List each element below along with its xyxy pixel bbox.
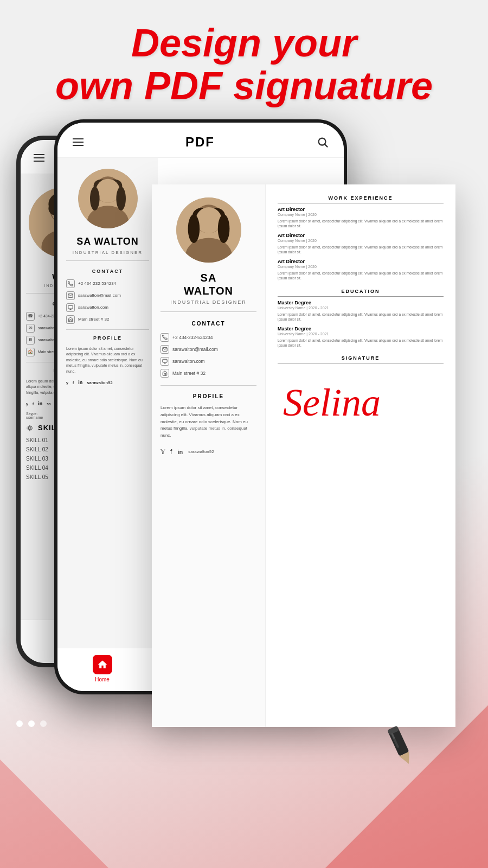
linkedin-icon: in — [78, 380, 82, 385]
svg-point-22 — [90, 187, 100, 210]
work-item-3: Art Director Company Name | 2020 Lorem i… — [278, 259, 444, 280]
cv-email-item: sarawalton@mail.com — [66, 291, 149, 300]
dot-1 — [16, 720, 23, 727]
home-front-label: Home — [95, 676, 110, 682]
education-title: EDUCATION — [278, 289, 444, 297]
edu-degree-1: Master Degree — [278, 300, 444, 305]
work-item-1: Art Director Company Name | 2020 Lorem i… — [278, 207, 444, 228]
job-title-1: Art Director — [278, 207, 444, 212]
job-company-1: Company Name | 2020 — [278, 213, 444, 216]
svg-rect-25 — [68, 305, 73, 309]
website-icon: 🖥 — [26, 336, 35, 344]
phone-area: PDF — [22, 119, 466, 825]
search-front-icon[interactable] — [317, 136, 329, 148]
svg-rect-41 — [163, 359, 167, 362]
cv-doc-social-username: sarawalton92 — [188, 449, 214, 454]
svg-point-38 — [188, 214, 200, 243]
hamburger-front-icon[interactable] — [73, 138, 84, 146]
edu-degree-2: Master Degree — [278, 326, 444, 331]
cv-doc-right: WORK EXPERIENCE Art Director Company Nam… — [266, 184, 455, 727]
cv-doc-left: SAWALTON INDUSTRIAL DESIGNER CONTACT +2 … — [152, 184, 266, 727]
job-desc-1: Lorem ipsum dolor sit amet, consectetur … — [278, 219, 444, 228]
svg-point-23 — [116, 187, 126, 210]
job-company-2: Company Name | 2020 — [278, 239, 444, 242]
cv-doc-profile-title: PROFILE — [160, 393, 256, 399]
facebook-icon: f — [73, 380, 74, 385]
work-experience-section: WORK EXPERIENCE Art Director Company Nam… — [278, 195, 444, 281]
cv-contact-section-title: CONTACT — [66, 269, 149, 274]
edu-desc-2: Lorem ipsum dolor sit amet, consectetur … — [278, 338, 444, 348]
svg-line-16 — [325, 144, 328, 147]
header-title-line2: own PDF signuature — [55, 64, 433, 107]
cv-profile-text: Lorem ipsum dolor sit amet, consectetur … — [66, 346, 149, 375]
cv-doc-email-icon — [160, 345, 169, 354]
job-company-3: Company Name | 2020 — [278, 265, 444, 269]
social-username: sarawalton92 — [87, 380, 113, 385]
education-section: EDUCATION Master Degree University Name … — [278, 289, 444, 348]
dot-2 — [28, 720, 35, 727]
svg-point-37 — [196, 207, 222, 233]
hamburger-icon[interactable] — [34, 154, 44, 162]
svg-point-39 — [217, 214, 229, 243]
cv-doc-phone-icon — [160, 333, 169, 342]
home-front-icon — [93, 655, 112, 674]
twitter-icon: y — [66, 380, 68, 385]
edu-item-2: Master Degree University Name | 2020 - 2… — [278, 326, 444, 348]
dot-3 — [40, 720, 47, 727]
header-title: Design your own PDF signuature — [33, 22, 455, 107]
cv-doc-website: sarawalton.com — [160, 357, 256, 366]
cv-doc-address-text: Main street # 32 — [172, 371, 206, 376]
phone-icon: ☎ — [26, 312, 35, 321]
cv-address-item: Main street # 32 — [66, 315, 149, 324]
website-front-icon — [66, 303, 75, 312]
job-desc-3: Lorem ipsum dolor sit amet, consectetur … — [278, 271, 444, 280]
cv-doc-subtitle: INDUSTRIAL DESIGNER — [160, 299, 256, 312]
cv-doc-photo — [176, 197, 241, 263]
phone-front-icon — [66, 279, 75, 288]
signature-section: SIGNATURE Selina — [278, 355, 444, 432]
address-front-icon — [66, 315, 75, 324]
cv-doc-website-icon — [160, 357, 169, 366]
signature-svg: Selina — [278, 367, 429, 426]
app-title-front: PDF — [185, 135, 215, 150]
svg-text:Selina: Selina — [283, 381, 381, 424]
svg-point-15 — [319, 138, 326, 145]
skills-gear-icon — [26, 424, 34, 432]
svg-point-8 — [29, 426, 31, 429]
cv-front-photo — [78, 169, 138, 228]
edu-university-1: University Name | 2020 - 2021 — [278, 306, 444, 310]
cv-address-text: Main street # 32 — [78, 317, 109, 322]
signature-title: SIGNATURE — [278, 355, 444, 363]
nav-home-front[interactable]: Home — [93, 655, 112, 682]
job-title-3: Art Director — [278, 259, 444, 264]
edu-university-2: University Name | 2020 - 2021 — [278, 332, 444, 336]
cv-doc-website-text: sarawalton.com — [172, 359, 205, 364]
cv-email-text: sarawalton@mail.com — [78, 293, 121, 298]
cv-phone-text: +2 434-232-534234 — [78, 281, 116, 286]
address-icon: 🏠 — [26, 348, 35, 356]
phone-front-header: PDF — [57, 123, 344, 158]
cv-phone-item: +2 434-232-534234 — [66, 279, 149, 288]
work-item-2: Art Director Company Name | 2020 Lorem i… — [278, 233, 444, 254]
header: Design your own PDF signuature — [0, 0, 488, 118]
dots-decoration — [16, 720, 47, 727]
cv-website-text: sarawalton.com — [78, 305, 108, 310]
edu-item-1: Master Degree University Name | 2020 - 2… — [278, 300, 444, 322]
cv-doc-address: Main street # 32 — [160, 369, 256, 378]
cv-doc-phone: +2 434-232-534234 — [160, 333, 256, 342]
cv-profile-section-title: PROFILE — [66, 335, 149, 341]
cv-front-subtitle: INDUSTRIAL DESIGNER — [66, 250, 149, 261]
work-experience-title: WORK EXPERIENCE — [278, 195, 444, 203]
cv-doc-phone-text: +2 434-232-534234 — [172, 335, 213, 340]
cv-doc-contact-title: CONTACT — [160, 321, 256, 327]
header-title-line1: Design your — [131, 21, 357, 65]
cv-doc-name: SAWALTON — [160, 271, 256, 297]
job-desc-2: Lorem ipsum dolor sit amet, consectetur … — [278, 245, 444, 254]
cv-doc-profile-text: Lorem ipsum dolor sit amet, consectetur … — [160, 405, 256, 439]
cv-doc-social: 𝕐 f in sarawalton92 — [160, 448, 256, 464]
email-icon: ✉ — [26, 324, 35, 333]
cv-doc-email-text: sarawalton@mail.com — [172, 347, 218, 352]
job-title-2: Art Director — [278, 233, 444, 238]
svg-point-21 — [96, 179, 120, 203]
cv-front-left: SA WALTON INDUSTRIAL DESIGNER CONTACT +2… — [57, 158, 158, 648]
